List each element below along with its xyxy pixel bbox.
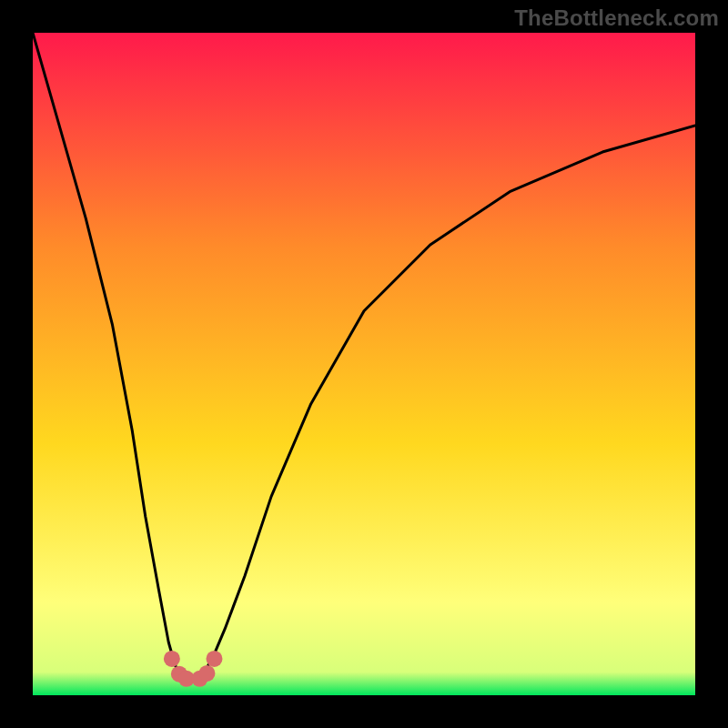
gradient-background — [33, 33, 695, 695]
chart-svg — [33, 33, 695, 695]
valley-marker-5 — [206, 651, 222, 667]
valley-marker-0 — [164, 651, 180, 667]
chart-frame: TheBottleneck.com — [0, 0, 728, 728]
valley-marker-4 — [198, 665, 215, 682]
watermark-text: TheBottleneck.com — [514, 5, 719, 31]
chart-plot-area — [33, 33, 695, 695]
